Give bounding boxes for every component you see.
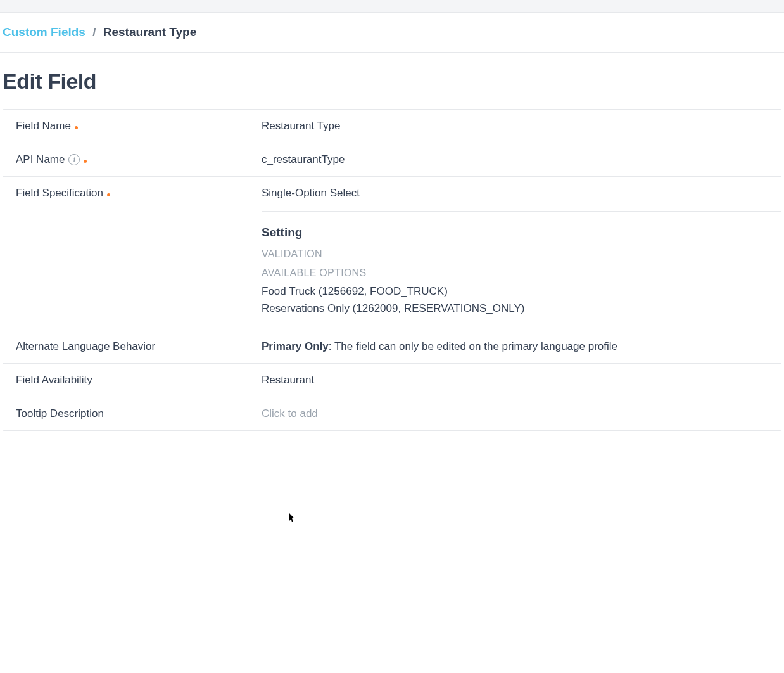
field-specification-value: Single-Option Select Setting VALIDATION … [256, 177, 781, 330]
required-indicator-icon [84, 160, 87, 163]
validation-label: VALIDATION [262, 248, 768, 260]
alternate-language-value[interactable]: Primary Only: The field can only be edit… [256, 330, 781, 363]
available-options-label: AVAILABLE OPTIONS [262, 267, 768, 279]
field-availability-value[interactable]: Restaurant [256, 364, 781, 397]
field-availability-label: Field Availability [3, 364, 256, 397]
tooltip-description-value[interactable]: Click to add [256, 397, 781, 430]
alt-lang-bold: Primary Only [262, 340, 329, 352]
row-alternate-language-behavior[interactable]: Alternate Language Behavior Primary Only… [3, 330, 781, 364]
breadcrumb: Custom Fields / Restaurant Type [0, 13, 784, 53]
page-title: Edit Field [0, 53, 784, 109]
field-specification-type[interactable]: Single-Option Select [262, 187, 781, 211]
edit-field-form: Field Name Restaurant Type API Name i c_… [3, 109, 781, 431]
top-bar [0, 0, 784, 13]
option-item: Reservations Only (1262009, RESERVATIONS… [262, 300, 768, 317]
setting-header: Setting [262, 226, 768, 240]
breadcrumb-link-custom-fields[interactable]: Custom Fields [3, 25, 85, 39]
info-icon[interactable]: i [68, 154, 80, 165]
row-tooltip-description[interactable]: Tooltip Description Click to add [3, 397, 781, 430]
breadcrumb-separator: / [92, 25, 96, 39]
row-field-availability[interactable]: Field Availability Restaurant [3, 364, 781, 397]
breadcrumb-current: Restaurant Type [103, 25, 196, 39]
field-specification-label: Field Specification [3, 177, 256, 210]
alternate-language-label: Alternate Language Behavior [3, 330, 256, 363]
required-indicator-icon [107, 193, 110, 196]
api-name-value[interactable]: c_restaurantType [256, 143, 781, 176]
row-field-name[interactable]: Field Name Restaurant Type [3, 110, 781, 143]
tooltip-description-label: Tooltip Description [3, 397, 256, 430]
alt-lang-rest: : The field can only be edited on the pr… [329, 340, 617, 352]
option-item: Food Truck (1256692, FOOD_TRUCK) [262, 283, 768, 300]
field-name-value[interactable]: Restaurant Type [256, 110, 781, 143]
row-field-specification[interactable]: Field Specification Single-Option Select… [3, 177, 781, 330]
row-api-name[interactable]: API Name i c_restaurantType [3, 143, 781, 177]
required-indicator-icon [75, 126, 78, 129]
api-name-label: API Name i [3, 143, 256, 176]
field-name-label: Field Name [3, 110, 256, 143]
